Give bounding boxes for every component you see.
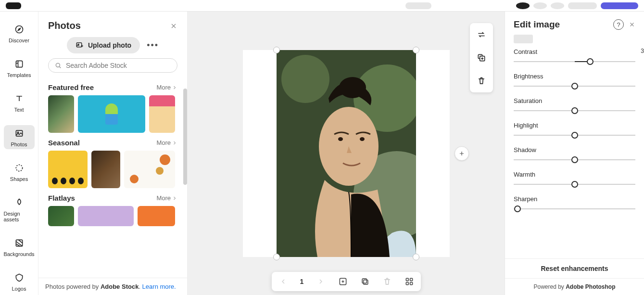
svg-rect-25 [410, 282, 412, 285]
rail-label: Discover [9, 38, 29, 43]
rail-backgrounds[interactable]: Backgrounds [4, 235, 35, 259]
svg-point-16 [338, 137, 343, 141]
sharpen-slider[interactable]: Sharpen [514, 195, 635, 213]
search-input-wrap[interactable] [48, 58, 177, 73]
app-logo[interactable] [6, 2, 21, 9]
upload-photo-button[interactable]: Upload photo [67, 37, 140, 53]
canvas[interactable] [243, 50, 450, 257]
rail-label: Text [14, 107, 24, 113]
stock-thumb[interactable] [91, 151, 120, 188]
search-input[interactable] [66, 62, 171, 69]
shadow-slider[interactable]: Shadow [514, 146, 635, 164]
stock-thumb[interactable] [48, 206, 74, 226]
stock-thumb[interactable] [78, 206, 134, 226]
delete-page-icon [380, 275, 394, 288]
logos-icon [14, 272, 25, 283]
stock-thumb[interactable] [149, 95, 175, 133]
prev-page-icon [277, 275, 290, 288]
photo-element[interactable] [277, 50, 416, 257]
add-page-icon[interactable] [336, 275, 350, 288]
topbar-cta[interactable] [601, 2, 638, 9]
left-rail: Discover Templates Text Photos Shapes De… [0, 12, 38, 295]
svg-rect-23 [410, 278, 412, 281]
stock-thumb[interactable] [48, 95, 74, 133]
highlight-slider[interactable]: Highlight [514, 122, 635, 140]
topbar-circle-1[interactable] [533, 2, 547, 9]
svg-point-9 [56, 63, 60, 67]
rail-label: Backgrounds [3, 251, 34, 257]
rail-label: Templates [7, 72, 31, 78]
svg-point-17 [360, 137, 365, 141]
rail-label: Photos [11, 141, 27, 147]
rail-shapes[interactable]: Shapes [4, 160, 35, 184]
add-element-button[interactable] [455, 146, 469, 161]
reset-enhancements-button[interactable]: Reset enhancements [505, 258, 644, 278]
canvas-tools [470, 23, 493, 92]
close-icon[interactable] [629, 21, 635, 28]
design-assets-icon [14, 197, 25, 208]
rail-photos[interactable]: Photos [4, 125, 35, 149]
topbar-circle-2[interactable] [551, 2, 564, 9]
topbar-pill-2[interactable] [568, 2, 597, 9]
svg-rect-22 [406, 278, 408, 281]
more-link[interactable]: More [156, 194, 177, 202]
resize-handle-tl[interactable] [273, 47, 280, 53]
rail-templates[interactable]: Templates [4, 56, 35, 80]
delete-icon[interactable] [470, 69, 493, 92]
help-icon[interactable]: ? [613, 19, 624, 30]
panel-footer: Photos powered by Adobe Stock. Learn mor… [38, 278, 187, 295]
stock-thumb[interactable] [48, 151, 88, 188]
svg-point-11 [281, 55, 329, 103]
learn-more-link[interactable]: Learn more. [142, 283, 176, 290]
topbar-right [405, 2, 638, 9]
filter-chip[interactable] [514, 35, 533, 43]
rail-text[interactable]: Text [4, 90, 35, 115]
more-link[interactable]: More [156, 84, 177, 91]
svg-marker-1 [18, 28, 20, 31]
more-link[interactable]: More [156, 139, 177, 146]
edit-title: Edit image [514, 19, 560, 30]
svg-point-5 [16, 165, 22, 171]
resize-handle-tr[interactable] [413, 47, 419, 53]
canvas-area: 1 [188, 12, 505, 295]
more-options-icon[interactable]: ••• [147, 40, 159, 51]
saturation-slider[interactable]: Saturation [514, 97, 635, 115]
svg-rect-24 [406, 282, 408, 285]
powered-by: Powered by Adobe Photoshop [505, 278, 644, 295]
search-icon [54, 62, 62, 69]
section-title: Featured free [48, 83, 94, 91]
resize-handle-bl[interactable] [273, 254, 280, 260]
upload-label: Upload photo [88, 41, 131, 49]
top-bar [0, 0, 644, 12]
svg-rect-2 [16, 61, 22, 67]
close-icon[interactable] [170, 22, 177, 30]
stock-thumb[interactable] [124, 151, 175, 188]
panel-title: Photos [48, 20, 81, 31]
svg-rect-20 [363, 280, 367, 284]
stock-thumb[interactable] [78, 95, 145, 133]
user-avatar[interactable] [516, 2, 530, 9]
duplicate-page-icon[interactable] [358, 275, 372, 288]
warmth-slider[interactable]: Warmth [514, 171, 635, 189]
photos-panel: Photos Upload photo ••• Featured free Mo… [38, 12, 188, 295]
topbar-left [6, 2, 21, 9]
rail-discover[interactable]: Discover [4, 21, 35, 45]
swap-icon[interactable] [470, 23, 493, 46]
templates-icon [14, 59, 25, 69]
grid-view-icon[interactable] [403, 275, 416, 288]
photo-content [277, 50, 416, 257]
edit-image-panel: Edit image ? Contrast 3 Brightness Satur… [505, 12, 644, 295]
resize-handle-br[interactable] [413, 254, 419, 260]
svg-point-15 [339, 77, 366, 98]
rail-logos[interactable]: Logos [4, 269, 35, 294]
duplicate-icon[interactable] [470, 46, 493, 69]
text-icon [14, 93, 25, 104]
rail-label: Logos [12, 286, 26, 292]
brightness-slider[interactable]: Brightness [514, 73, 635, 90]
contrast-slider[interactable]: Contrast 3 [514, 48, 635, 66]
topbar-pill[interactable] [405, 2, 431, 9]
stock-thumb[interactable] [138, 206, 175, 226]
page-number: 1 [299, 278, 305, 285]
rail-design-assets[interactable]: Design assets [4, 194, 35, 224]
section-title: Seasonal [48, 139, 80, 147]
